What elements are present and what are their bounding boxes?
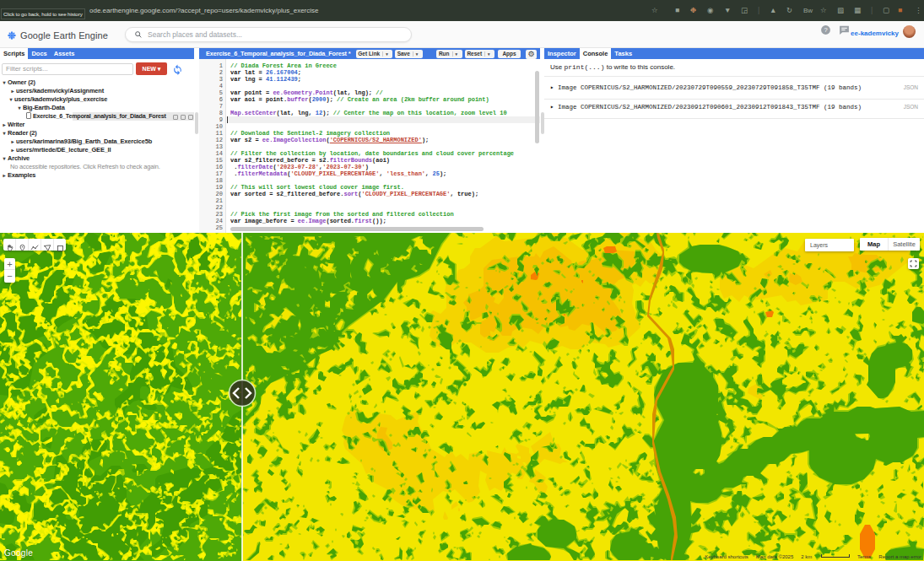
svg-text:?: ? (824, 26, 827, 34)
